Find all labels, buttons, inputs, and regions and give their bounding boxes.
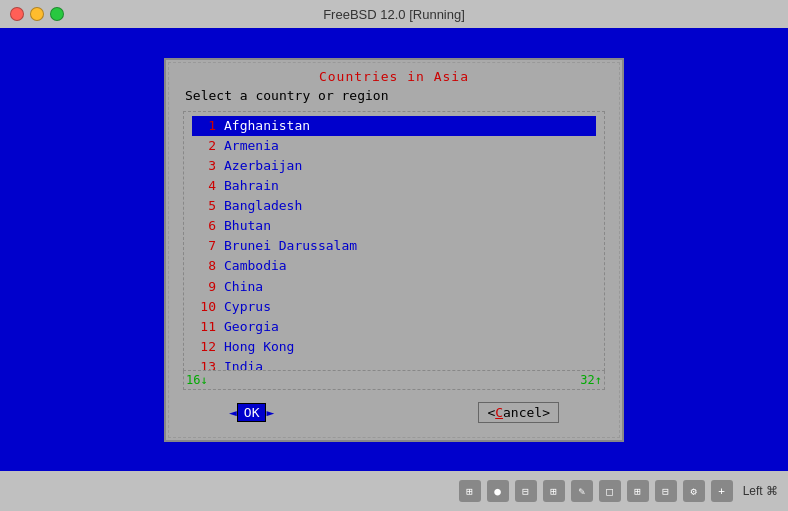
main-area: Countries in Asia Select a country or re…	[0, 28, 788, 471]
list-item[interactable]: 9China	[192, 277, 596, 297]
list-item-name: China	[224, 277, 263, 297]
dialog-title: Countries in Asia	[169, 63, 619, 88]
list-item[interactable]: 12Hong Kong	[192, 337, 596, 357]
list-item-number: 9	[192, 277, 216, 297]
list-item-name: Hong Kong	[224, 337, 294, 357]
country-dialog: Countries in Asia Select a country or re…	[164, 58, 624, 442]
country-list[interactable]: 1Afghanistan2Armenia3Azerbaijan4Bahrain5…	[183, 111, 605, 371]
list-item-name: Azerbaijan	[224, 156, 302, 176]
minimize-button[interactable]	[30, 7, 44, 21]
list-scroll-indicator: 16↓ 32↑	[183, 371, 605, 390]
list-item-number: 10	[192, 297, 216, 317]
list-item[interactable]: 6Bhutan	[192, 216, 596, 236]
taskbar: ⊞ ● ⊟ ⊞ ✎ □ ⊞ ⊟ ⚙ + Left ⌘	[0, 471, 788, 511]
list-item[interactable]: 11Georgia	[192, 317, 596, 337]
taskbar-icon-10[interactable]: +	[711, 480, 733, 502]
list-item-name: Brunei Darussalam	[224, 236, 357, 256]
list-item[interactable]: 3Azerbaijan	[192, 156, 596, 176]
taskbar-text: Left ⌘	[743, 484, 778, 498]
list-item[interactable]: 4Bahrain	[192, 176, 596, 196]
taskbar-icon-4[interactable]: ⊞	[543, 480, 565, 502]
taskbar-icon-3[interactable]: ⊟	[515, 480, 537, 502]
list-item-name: Cyprus	[224, 297, 271, 317]
dialog-buttons: ◄ OK ► <Cancel>	[169, 390, 619, 437]
list-item[interactable]: 5Bangladesh	[192, 196, 596, 216]
close-button[interactable]	[10, 7, 24, 21]
list-item[interactable]: 7Brunei Darussalam	[192, 236, 596, 256]
list-item-name: India	[224, 357, 263, 370]
list-item-name: Armenia	[224, 136, 279, 156]
taskbar-icon-7[interactable]: ⊞	[627, 480, 649, 502]
taskbar-icon-9[interactable]: ⚙	[683, 480, 705, 502]
list-item-number: 12	[192, 337, 216, 357]
list-item-number: 8	[192, 256, 216, 276]
taskbar-icon-5[interactable]: ✎	[571, 480, 593, 502]
titlebar: FreeBSD 12.0 [Running]	[0, 0, 788, 28]
scroll-up-indicator: 32↑	[580, 373, 602, 387]
left-arrow-icon: ◄	[229, 405, 237, 420]
taskbar-icon-2[interactable]: ●	[487, 480, 509, 502]
window-title: FreeBSD 12.0 [Running]	[323, 7, 465, 22]
list-item[interactable]: 8Cambodia	[192, 256, 596, 276]
list-item-name: Georgia	[224, 317, 279, 337]
list-item-number: 2	[192, 136, 216, 156]
list-item-number: 13	[192, 357, 216, 370]
list-item-number: 3	[192, 156, 216, 176]
cancel-button[interactable]: <Cancel>	[478, 402, 559, 423]
ok-button[interactable]: ◄ OK ►	[229, 403, 274, 422]
window-controls[interactable]	[10, 7, 64, 21]
scroll-down-indicator: 16↓	[186, 373, 208, 387]
cancel-label-c: C	[495, 405, 503, 420]
list-item-number: 6	[192, 216, 216, 236]
maximize-button[interactable]	[50, 7, 64, 21]
taskbar-icon-8[interactable]: ⊟	[655, 480, 677, 502]
list-item[interactable]: 13India	[192, 357, 596, 370]
list-item[interactable]: 2Armenia	[192, 136, 596, 156]
list-item-name: Bangladesh	[224, 196, 302, 216]
list-item-name: Afghanistan	[224, 116, 310, 136]
dialog-subtitle: Select a country or region	[169, 88, 619, 111]
list-item-number: 1	[192, 116, 216, 136]
taskbar-icon-6[interactable]: □	[599, 480, 621, 502]
list-item-name: Bhutan	[224, 216, 271, 236]
taskbar-icon-1[interactable]: ⊞	[459, 480, 481, 502]
list-item-name: Cambodia	[224, 256, 287, 276]
list-item[interactable]: 1Afghanistan	[192, 116, 596, 136]
list-item[interactable]: 10Cyprus	[192, 297, 596, 317]
list-item-name: Bahrain	[224, 176, 279, 196]
ok-label: OK	[237, 403, 267, 422]
right-arrow-icon: ►	[266, 405, 274, 420]
list-item-number: 11	[192, 317, 216, 337]
list-item-number: 4	[192, 176, 216, 196]
list-item-number: 5	[192, 196, 216, 216]
list-item-number: 7	[192, 236, 216, 256]
